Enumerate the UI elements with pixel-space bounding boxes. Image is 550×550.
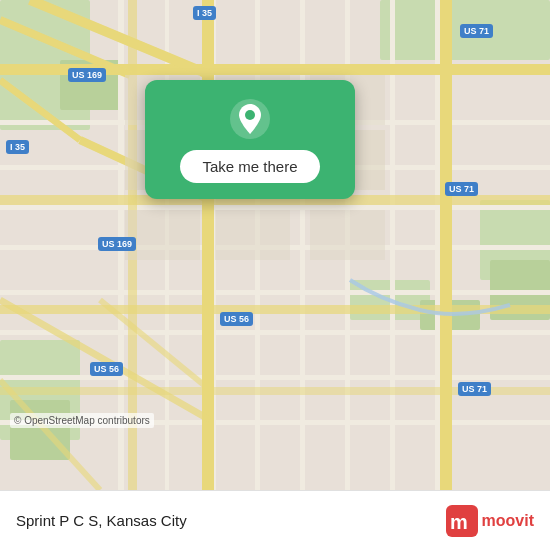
svg-rect-33: [440, 0, 452, 490]
svg-rect-23: [0, 290, 550, 295]
highway-badge-us169-mid: US 169: [98, 237, 136, 251]
popup-card: Take me there: [145, 80, 355, 199]
svg-text:m: m: [450, 511, 468, 533]
svg-rect-46: [310, 210, 385, 260]
highway-badge-us56-left: US 56: [90, 362, 123, 376]
moovit-icon: m: [446, 505, 478, 537]
location-pin-icon: [229, 98, 271, 140]
svg-rect-25: [0, 375, 550, 380]
highway-badge-us71-top: US 71: [460, 24, 493, 38]
take-me-there-button[interactable]: Take me there: [180, 150, 319, 183]
moovit-logo[interactable]: m moovit: [446, 505, 534, 537]
location-title: Sprint P C S, Kansas City: [16, 512, 187, 529]
svg-rect-24: [0, 330, 550, 335]
highway-badge-i35-top: I 35: [193, 6, 216, 20]
highway-badge-i35-left: I 35: [6, 140, 29, 154]
map-attribution: © OpenStreetMap contributors: [10, 413, 154, 428]
moovit-label: moovit: [482, 512, 534, 530]
bottom-bar: Sprint P C S, Kansas City m moovit: [0, 490, 550, 550]
svg-rect-42: [125, 210, 200, 260]
highway-badge-us71-bot: US 71: [458, 382, 491, 396]
highway-badge-us56-mid: US 56: [220, 312, 253, 326]
svg-rect-21: [0, 205, 550, 210]
svg-point-51: [245, 110, 255, 120]
highway-badge-us71-mid: US 71: [445, 182, 478, 196]
svg-rect-44: [215, 210, 290, 260]
highway-badge-us169-tl: US 169: [68, 68, 106, 82]
map-container: I 35 US 169 US 71 US 71 I 35 US 169 US 5…: [0, 0, 550, 490]
